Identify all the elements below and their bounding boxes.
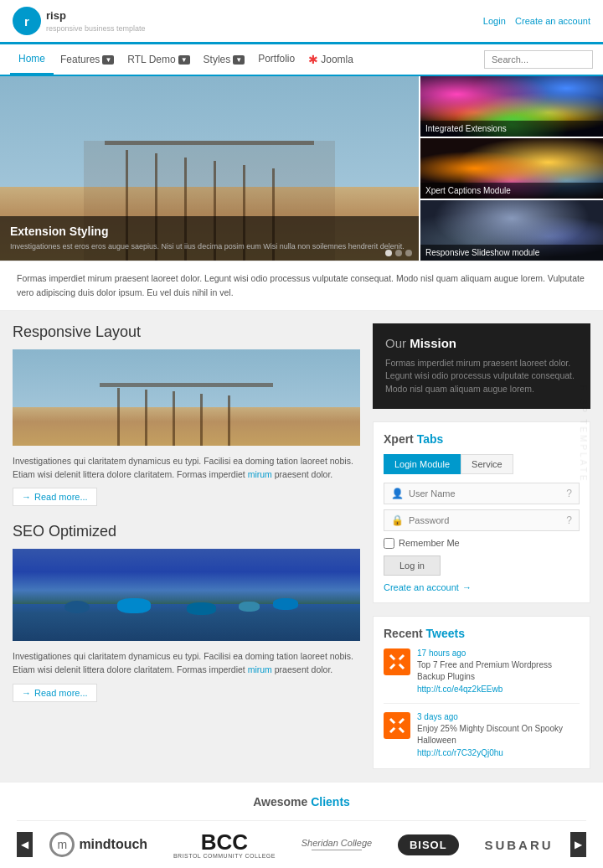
logo-brand: risp: [46, 9, 66, 22]
xpert-tabs-box: Xpert Tabs Login Module Service 👤 ? 🔒 ?: [373, 421, 590, 603]
mission-box: Our Mission Formas imperdiet mirum praes…: [373, 323, 590, 409]
responsive-layout-read-more[interactable]: → Read more...: [13, 488, 97, 506]
seo-image: [13, 549, 360, 641]
remember-checkbox[interactable]: [384, 538, 394, 549]
search-container: [484, 50, 593, 69]
responsive-layout-text: Investigationes qui claritatem dynamicus…: [13, 454, 360, 482]
username-help-icon[interactable]: ?: [566, 488, 572, 499]
seo-read-more[interactable]: → Read more...: [13, 684, 97, 702]
user-icon: 👤: [391, 488, 404, 499]
dot-2[interactable]: [395, 250, 402, 256]
hero-thumb-2-label: Xpert Captions Module: [420, 183, 603, 199]
nav-styles[interactable]: Styles ▼: [197, 44, 252, 75]
nav-portfolio[interactable]: Portfolio: [251, 44, 302, 75]
password-help-icon[interactable]: ?: [566, 514, 572, 526]
logo-subtitle: responsive business template: [46, 24, 146, 33]
tweet-1-icon: [384, 648, 410, 675]
client-logos-row: m mindtouch BCC Bristol Community Colleg…: [41, 831, 562, 859]
header-links: Login Create an account: [483, 15, 590, 27]
responsive-layout-image: [13, 349, 360, 446]
dot-3[interactable]: [405, 250, 412, 256]
search-input[interactable]: [484, 50, 593, 69]
quote-section: Formas imperdiet mirum praesent laoreet …: [0, 261, 603, 311]
content-left: Responsive Layout Investigationes qui cl…: [13, 323, 360, 769]
seo-text: Investigationes qui claritatem dynamicus…: [13, 649, 360, 677]
logo: r risp responsive business template: [13, 7, 146, 35]
hero-thumb-3[interactable]: Responsive Slideshow module: [420, 199, 603, 261]
remember-label[interactable]: Remember Me: [399, 538, 460, 548]
hero-thumb-2[interactable]: Xpert Captions Module: [420, 137, 603, 199]
xpert-tab-service[interactable]: Service: [461, 454, 513, 474]
header: r risp responsive business template Logi…: [0, 0, 603, 44]
mission-title: Our Mission: [385, 336, 578, 350]
tweet-1-content: 17 hours ago Top 7 Free and Premium Word…: [417, 648, 580, 695]
hero-main: Extension Styling Investigationes est er…: [0, 76, 419, 261]
remember-row: Remember Me: [384, 538, 580, 549]
tweet-2-text: Enjoy 25% Mighty Discount On Spooky Hall…: [417, 723, 580, 747]
nav-home[interactable]: Home: [10, 44, 54, 75]
client-bcc: BCC Bristol Community College: [173, 831, 276, 859]
logo-circle: r: [13, 7, 41, 35]
quote-text: Formas imperdiet mirum praesent laoreet …: [17, 271, 586, 300]
hero-text: Investigationes est eros eros augue saep…: [10, 241, 409, 252]
client-mindtouch: m mindtouch: [49, 832, 147, 857]
tweet-2: 3 days ago Enjoy 25% Mighty Discount On …: [384, 712, 580, 758]
recent-tweets-title: Recent Tweets: [384, 627, 580, 640]
xpert-tab-buttons: Login Module Service: [384, 454, 580, 474]
xpert-tabs-title: Xpert Tabs: [384, 432, 580, 446]
nav: Home Features ▼ RTL Demo ▼ Styles ▼ Port…: [0, 44, 603, 76]
clients-section: Awesome Clients ◀ m mindtouch BCC Bristo…: [0, 782, 603, 868]
nav-features[interactable]: Features ▼: [54, 44, 121, 75]
nav-links: Home Features ▼ RTL Demo ▼ Styles ▼ Port…: [10, 44, 360, 75]
password-field: 🔒 ?: [384, 509, 580, 531]
tweet-1-time: 17 hours ago: [417, 648, 580, 658]
hero-title: Extension Styling: [10, 225, 409, 238]
username-input[interactable]: [409, 488, 566, 499]
hero-text-overlay: Extension Styling Investigationes est er…: [0, 216, 419, 261]
hero-thumb-1[interactable]: Integrated Extensions: [420, 76, 603, 137]
client-bisol: BISOL: [398, 834, 459, 855]
nav-rtl-demo[interactable]: RTL Demo ▼: [121, 44, 196, 75]
login-button[interactable]: Log in: [384, 555, 441, 576]
clients-next-btn[interactable]: ▶: [570, 832, 586, 857]
hero-thumb-3-label: Responsive Slideshow module: [420, 245, 603, 261]
seo-section: SEO Optimized Investigationes qui clarit…: [13, 523, 360, 702]
seo-title: SEO Optimized: [13, 523, 360, 540]
responsive-layout-section: Responsive Layout Investigationes qui cl…: [13, 323, 360, 507]
x-twitter-icon-2: [384, 712, 410, 739]
content-right: Our Mission Formas imperdiet mirum praes…: [373, 323, 590, 769]
tweet-1: 17 hours ago Top 7 Free and Premium Word…: [384, 648, 580, 704]
tweet-2-time: 3 days ago: [417, 712, 580, 721]
svg-point-3: [394, 659, 400, 665]
mission-text: Formas imperdiet mirum praesent laoreet …: [385, 357, 578, 396]
mission-word: Mission: [410, 336, 456, 350]
tweet-2-link[interactable]: http://t.co/r7C32yQj0hu: [417, 748, 503, 757]
client-subaru: SUBARU: [484, 838, 553, 852]
clients-title: Awesome Clients: [17, 795, 586, 809]
tweet-1-link[interactable]: http://t.co/e4qz2kEEwb: [417, 685, 502, 694]
username-field: 👤 ?: [384, 483, 580, 504]
dot-1[interactable]: [385, 250, 392, 256]
lock-icon: 🔒: [391, 514, 404, 526]
tweet-2-content: 3 days ago Enjoy 25% Mighty Discount On …: [417, 712, 580, 758]
client-sheridan: Sheridan College: [302, 838, 372, 852]
create-account-link[interactable]: Create an account →: [384, 582, 580, 592]
x-twitter-icon: [384, 648, 410, 675]
tweet-1-text: Top 7 Free and Premium Wordpress Backup …: [417, 659, 580, 683]
mission-our: Our: [385, 336, 406, 350]
clients-row: ◀ m mindtouch BCC Bristol Community Coll…: [17, 820, 586, 859]
xpert-tab-login[interactable]: Login Module: [384, 454, 461, 474]
password-input[interactable]: [409, 515, 566, 525]
tweet-2-icon: [384, 712, 410, 739]
recent-tweets-box: Recent Tweets 17 hours ago Top 7 Free an…: [373, 616, 590, 769]
svg-point-7: [394, 722, 400, 729]
hero-thumb-1-label: Integrated Extensions: [420, 121, 603, 137]
nav-joomla[interactable]: ✱ Joomla: [302, 44, 360, 75]
clients-prev-btn[interactable]: ◀: [17, 832, 33, 857]
login-link[interactable]: Login: [483, 16, 506, 26]
create-account-link[interactable]: Create an account: [515, 16, 590, 26]
main-content: Responsive Layout Investigationes qui cl…: [0, 311, 603, 782]
responsive-layout-title: Responsive Layout: [13, 323, 360, 341]
hero-section: Extension Styling Investigationes est er…: [0, 76, 603, 261]
logo-text-area: risp responsive business template: [46, 9, 146, 34]
